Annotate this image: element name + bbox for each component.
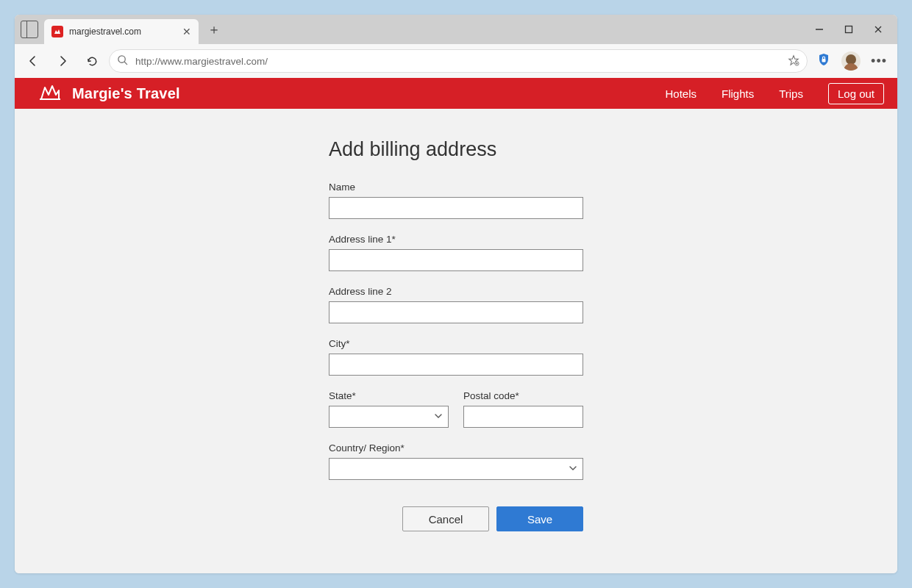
shield-icon[interactable] bbox=[816, 52, 831, 70]
city-input[interactable] bbox=[329, 354, 583, 376]
new-tab-button[interactable]: ＋ bbox=[203, 18, 225, 40]
forward-button[interactable] bbox=[50, 49, 75, 74]
name-input[interactable] bbox=[329, 197, 583, 219]
url-text: http://www.margiestravel.com/ bbox=[135, 56, 780, 67]
nav-trips[interactable]: Trips bbox=[779, 87, 803, 100]
browser-toolbar: http://www.margiestravel.com/ ••• bbox=[15, 44, 897, 78]
browser-window: margiestravel.com ✕ ＋ bbox=[15, 15, 897, 573]
tab-strip: margiestravel.com ✕ ＋ bbox=[15, 15, 897, 44]
pane-icon bbox=[21, 21, 38, 38]
tab-title: margiestravel.com bbox=[69, 26, 177, 37]
label-address2: Address line 2 bbox=[329, 286, 583, 297]
back-button[interactable] bbox=[21, 49, 46, 74]
site-favicon bbox=[51, 26, 63, 37]
form-actions: Cancel Save bbox=[329, 506, 583, 531]
address2-input[interactable] bbox=[329, 301, 583, 323]
postal-input[interactable] bbox=[463, 406, 583, 428]
page-content: Add billing address Name Address line 1*… bbox=[15, 109, 897, 573]
search-icon bbox=[117, 54, 128, 68]
nav-flights[interactable]: Flights bbox=[722, 87, 754, 100]
svg-rect-1 bbox=[846, 26, 852, 33]
page-title: Add billing address bbox=[329, 138, 583, 161]
label-name: Name bbox=[329, 182, 583, 193]
tab-actions-button[interactable] bbox=[15, 15, 44, 44]
tab-close-icon[interactable]: ✕ bbox=[182, 26, 191, 37]
label-address1: Address line 1* bbox=[329, 234, 583, 245]
brand[interactable]: Margie's Travel bbox=[40, 83, 180, 104]
brand-name: Margie's Travel bbox=[72, 85, 180, 102]
favorite-icon[interactable] bbox=[788, 54, 799, 68]
address-bar[interactable]: http://www.margiestravel.com/ bbox=[109, 49, 808, 73]
window-maximize-button[interactable] bbox=[841, 22, 856, 37]
svg-rect-9 bbox=[822, 59, 826, 62]
country-select[interactable] bbox=[329, 458, 583, 480]
cancel-button[interactable]: Cancel bbox=[402, 506, 489, 531]
refresh-button[interactable] bbox=[79, 49, 104, 74]
save-button[interactable]: Save bbox=[496, 506, 583, 531]
svg-point-4 bbox=[118, 56, 125, 62]
browser-tab[interactable]: margiestravel.com ✕ bbox=[44, 19, 199, 44]
window-close-button[interactable] bbox=[871, 22, 886, 37]
nav-hotels[interactable]: Hotels bbox=[665, 87, 697, 100]
label-city: City* bbox=[329, 338, 583, 349]
state-select[interactable] bbox=[329, 406, 449, 428]
window-minimize-button[interactable] bbox=[812, 22, 827, 37]
billing-form: Add billing address Name Address line 1*… bbox=[329, 138, 583, 531]
primary-nav: Hotels Flights Trips Log out bbox=[665, 83, 884, 104]
logo-icon bbox=[40, 83, 60, 104]
label-state: State* bbox=[329, 390, 449, 401]
site-header: Margie's Travel Hotels Flights Trips Log… bbox=[15, 78, 897, 109]
address1-input[interactable] bbox=[329, 249, 583, 271]
label-postal: Postal code* bbox=[463, 390, 583, 401]
logout-button[interactable]: Log out bbox=[828, 83, 884, 104]
label-country: Country/ Region* bbox=[329, 442, 583, 453]
svg-line-5 bbox=[124, 62, 127, 64]
more-icon[interactable]: ••• bbox=[871, 54, 887, 69]
profile-avatar[interactable] bbox=[841, 51, 861, 71]
